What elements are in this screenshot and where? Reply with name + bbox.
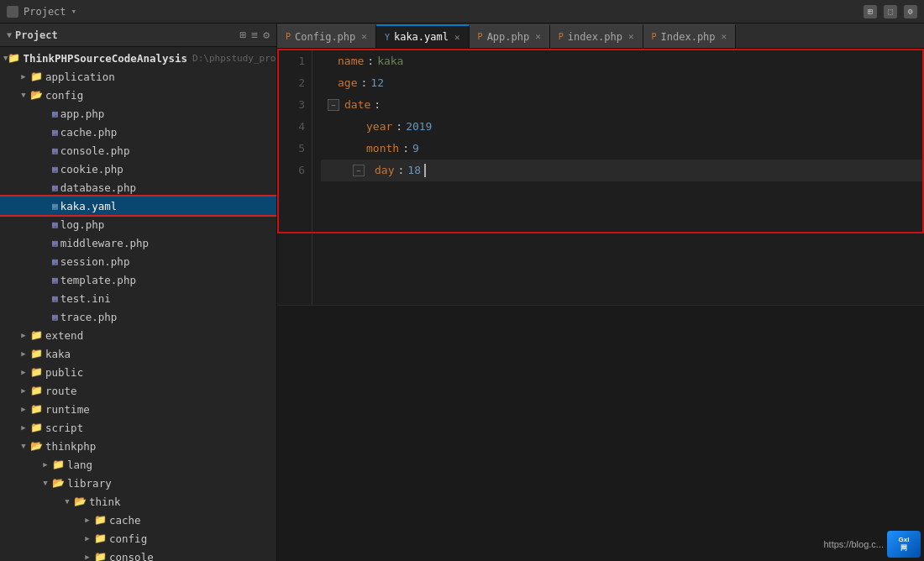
tab-Index-php2[interactable]: P Index.php ✕ [643, 24, 737, 48]
code-line-2: age: 12 [321, 72, 924, 94]
lang-label: lang [67, 459, 92, 471]
sidebar-item-application[interactable]: ▶ 📁 application [0, 67, 276, 86]
line-num-6: 6 [277, 160, 305, 181]
main-layout: ▼ Project ⊞ ≡ ⚙ ▼ 📁 ThinkPHPSourceCodeAn… [0, 24, 924, 561]
sidebar-header-icons: ⊞ ≡ ⚙ [240, 29, 270, 41]
line6-key: day [375, 160, 394, 181]
sidebar-title: Project [15, 29, 58, 41]
cache-label: cache [109, 514, 141, 527]
tab-app-php[interactable]: P App.php ✕ [470, 24, 550, 48]
app-php-tab-icon: P [478, 32, 483, 41]
runtime-arrow: ▶ [17, 405, 30, 413]
settings-icon[interactable]: ⚙ [263, 29, 270, 41]
sidebar-item-session-php[interactable]: ▦ session.php [0, 252, 276, 270]
tab-index-php-label: index.php [568, 31, 622, 43]
trace-php-icon: ▦ [52, 312, 58, 322]
kaka-folder-icon: 📁 [30, 348, 43, 359]
tab-index-php[interactable]: P index.php ✕ [550, 24, 643, 48]
tab-config-php-close[interactable]: ✕ [361, 31, 367, 42]
line1-key: name [338, 50, 364, 72]
editor-bottom-area [277, 305, 924, 562]
trace-php-label: trace.php [60, 311, 118, 323]
sidebar-item-script[interactable]: ▶ 📁 script [0, 418, 276, 437]
sidebar-item-kaka-yaml[interactable]: ▦ kaka.yaml [0, 197, 276, 215]
sidebar-item-console[interactable]: ▶ 📁 console [0, 548, 276, 561]
kaka-yaml-icon: ▦ [52, 201, 58, 212]
console-folder-icon: 📁 [94, 551, 107, 561]
think-arrow: ▼ [60, 497, 74, 506]
code-area[interactable]: name: kaka age: 12 − date: year: 2019 [312, 49, 924, 305]
tab-kaka-yaml-close[interactable]: ✕ [454, 32, 460, 43]
sidebar-item-lang[interactable]: ▶ 📁 lang [0, 455, 276, 474]
sidebar-item-public[interactable]: ▶ 📁 public [0, 363, 276, 381]
code-line-3: − date: [321, 94, 924, 116]
expand-all-icon[interactable]: ⊞ [240, 29, 247, 41]
line2-key: age [338, 72, 357, 94]
editor-content[interactable]: 1 2 3 4 5 6 name: kaka age: 12 [277, 49, 924, 305]
expand-icon[interactable]: ⊞ [864, 5, 877, 18]
sidebar-item-thinkphp[interactable]: ▼ 📂 thinkphp [0, 437, 276, 455]
sidebar-item-database-php[interactable]: ▦ database.php [0, 178, 276, 197]
watermark-url: https://blog.c... [823, 539, 884, 549]
gear-icon[interactable]: ⚙ [904, 5, 917, 18]
file-tree: ▼ 📁 ThinkPHPSourceCodeAnalysis D:\phpstu… [0, 47, 276, 561]
tab-kaka-yaml-label: kaka.yaml [394, 31, 449, 43]
line4-key: year [366, 116, 392, 138]
kaka-yaml-tab-icon: Y [385, 33, 390, 42]
route-folder-icon: 📁 [30, 385, 43, 396]
sidebar-item-cache-php[interactable]: ▦ cache.php [0, 123, 276, 141]
middleware-php-icon: ▦ [52, 238, 58, 249]
sidebar-item-route[interactable]: ▶ 📁 route [0, 381, 276, 400]
tab-app-php-close[interactable]: ✕ [535, 31, 541, 42]
sidebar-item-test-ini[interactable]: ▦ test.ini [0, 289, 276, 307]
title-bar-dropdown[interactable]: ▾ [71, 6, 77, 17]
sidebar-collapse-icon[interactable]: ▼ [7, 30, 12, 39]
code-line-6: − day: 18 [321, 160, 924, 181]
library-label: library [67, 477, 112, 490]
public-folder-icon: 📁 [30, 366, 43, 378]
tab-config-php-label: Config.php [295, 31, 355, 43]
sidebar-item-middleware-php[interactable]: ▦ middleware.php [0, 233, 276, 252]
application-arrow: ▶ [17, 72, 30, 81]
application-label: application [45, 71, 115, 83]
sidebar-item-think[interactable]: ▼ 📂 think [0, 492, 276, 511]
line6-fold-btn[interactable]: − [353, 165, 365, 176]
line2-value: 12 [370, 72, 384, 94]
sidebar-item-extend[interactable]: ▶ 📁 extend [0, 326, 276, 344]
script-folder-icon: 📁 [30, 422, 43, 433]
sidebar-item-library[interactable]: ▼ 📂 library [0, 474, 276, 492]
sidebar-item-log-php[interactable]: ▦ log.php [0, 215, 276, 233]
kaka-folder-label: kaka [45, 348, 71, 360]
public-arrow: ▶ [17, 368, 30, 376]
split-icon[interactable]: ⬚ [884, 5, 897, 18]
sidebar-item-trace-php[interactable]: ▦ trace.php [0, 307, 276, 326]
test-ini-label: test.ini [60, 292, 111, 305]
sidebar-item-config[interactable]: ▼ 📂 config [0, 86, 276, 104]
script-arrow: ▶ [17, 423, 30, 432]
tree-root[interactable]: ▼ 📁 ThinkPHPSourceCodeAnalysis D:\phpstu… [0, 49, 276, 67]
root-label: ThinkPHPSourceCodeAnalysis [23, 52, 187, 65]
library-folder-icon: 📂 [52, 477, 65, 489]
sidebar-item-console-php[interactable]: ▦ console.php [0, 141, 276, 160]
line3-fold-btn[interactable]: − [328, 99, 339, 111]
sidebar-item-kaka-folder[interactable]: ▶ 📁 kaka [0, 344, 276, 363]
watermark: https://blog.c... Gxl网 [823, 531, 921, 558]
sidebar-item-app-php[interactable]: ▦ app.php [0, 104, 276, 123]
sidebar-item-template-php[interactable]: ▦ template.php [0, 270, 276, 289]
tab-Index-php2-close[interactable]: ✕ [722, 31, 727, 42]
tab-index-php-close[interactable]: ✕ [628, 31, 634, 42]
Index-php2-tab-icon: P [652, 32, 657, 41]
sidebar-item-cookie-php[interactable]: ▦ cookie.php [0, 160, 276, 178]
text-cursor [424, 164, 426, 177]
tab-config-php[interactable]: P Config.php ✕ [277, 24, 376, 48]
sidebar-item-cache[interactable]: ▶ 📁 cache [0, 511, 276, 529]
line5-value: 9 [412, 138, 419, 160]
think-config-label: config [109, 532, 147, 545]
config-folder-icon: 📂 [30, 89, 43, 101]
tab-kaka-yaml[interactable]: Y kaka.yaml ✕ [376, 24, 470, 48]
collapse-all-icon[interactable]: ≡ [251, 29, 258, 41]
watermark-logo: Gxl网 [887, 531, 921, 558]
sidebar-item-think-config[interactable]: ▶ 📁 config [0, 529, 276, 548]
library-arrow: ▼ [39, 479, 52, 487]
sidebar-item-runtime[interactable]: ▶ 📁 runtime [0, 400, 276, 418]
